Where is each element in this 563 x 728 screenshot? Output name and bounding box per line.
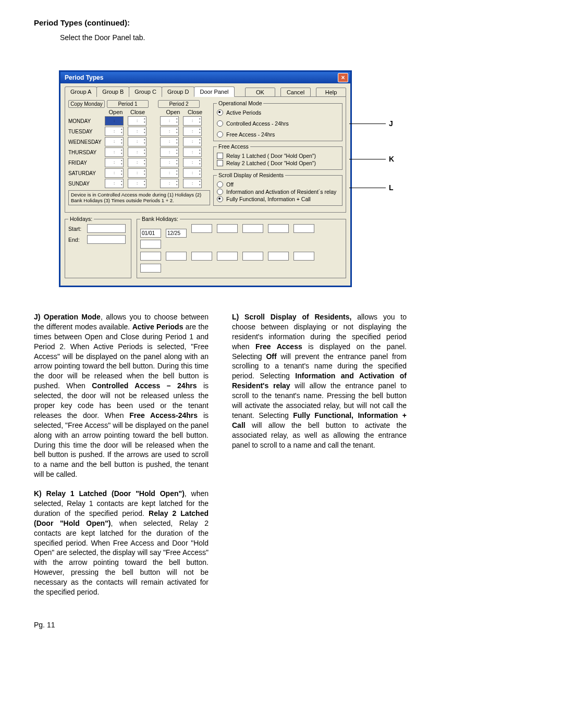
holidays-start-input[interactable] [87, 224, 126, 233]
p1-close-spin[interactable]: : [128, 137, 146, 146]
bank-input-2[interactable]: 12/25 [166, 229, 187, 238]
p2-close-spin[interactable]: : [183, 137, 202, 146]
day-label: THURSDAY [68, 150, 105, 155]
tab-group-c[interactable]: Group C [129, 87, 162, 97]
period-types-dialog: Period Types × Group A Group B Group C G… [59, 70, 352, 287]
scroll-legend: Scroll Display of Residents [217, 172, 285, 178]
p2-open-spin[interactable]: : [160, 137, 179, 146]
p1-close-spin[interactable]: : [128, 147, 146, 157]
close-icon[interactable]: × [338, 73, 348, 82]
bank-input-3[interactable] [191, 224, 212, 233]
tab-group-b[interactable]: Group B [96, 87, 129, 97]
p1-open-spin[interactable]: : [105, 158, 124, 167]
col-close-1: Close [127, 109, 149, 115]
p1-close-spin[interactable]: : [128, 168, 146, 178]
bank-input-8[interactable] [140, 240, 161, 249]
bank-input-12[interactable] [217, 252, 238, 261]
bank-input-6[interactable] [268, 224, 289, 233]
bank-holidays-group: Bank Holidays: 01/01 12/25 [137, 216, 346, 278]
p1-open-spin[interactable]: : [105, 137, 124, 146]
tab-door-panel[interactable]: Door Panel [194, 87, 234, 97]
p2-open-spin[interactable]: : [160, 147, 179, 157]
bank-input-9[interactable] [140, 252, 161, 261]
page-number: Pg. 11 [34, 621, 529, 629]
p2-close-spin[interactable]: : [183, 179, 202, 188]
radio-free[interactable] [217, 131, 223, 138]
bank-input-4[interactable] [217, 224, 238, 233]
p2-close-spin[interactable]: : [183, 168, 202, 178]
p1-close-spin[interactable]: : [128, 179, 146, 188]
p2-close-spin[interactable]: : [183, 116, 202, 126]
bank-input-10[interactable] [166, 252, 187, 261]
p1-close-spin[interactable]: : [128, 158, 146, 167]
day-label: WEDNESDAY [68, 139, 105, 145]
holidays-end-input[interactable] [87, 235, 126, 244]
p2-close-spin[interactable]: : [183, 158, 202, 167]
opmode-free: Free Access - 24hrs [226, 131, 275, 138]
day-row: SATURDAY:::: [68, 168, 209, 178]
p2-close-spin[interactable]: : [183, 127, 202, 136]
bank-input-13[interactable] [242, 252, 263, 261]
free-access-group: Free Access Relay 1 Latched ( Door "Hold… [213, 143, 342, 170]
tab-group-a[interactable]: Group A [65, 87, 97, 97]
day-row: TUESDAY:::: [68, 127, 209, 136]
p2-open-spin[interactable]: : [160, 127, 179, 136]
p1-close-spin[interactable]: : [128, 116, 146, 126]
period2-button[interactable]: Period 2 [158, 100, 200, 108]
day-label: SUNDAY [68, 181, 105, 187]
bank-input-1[interactable]: 01/01 [140, 229, 161, 238]
day-row: SUNDAY:::: [68, 179, 209, 188]
radio-info-activation[interactable] [217, 189, 223, 195]
bank-input-5[interactable] [242, 224, 263, 233]
ok-button[interactable]: OK [245, 88, 275, 97]
scroll-info: Information and Activation of Resident´s… [226, 189, 336, 195]
p2-open-spin[interactable]: : [160, 168, 179, 178]
help-button[interactable]: Help [316, 88, 346, 97]
callout-j: J [389, 119, 393, 128]
p1-open-spin[interactable]: : [105, 127, 124, 136]
holidays-end-label: End: [68, 237, 87, 243]
bank-input-16[interactable] [140, 264, 161, 273]
radio-off[interactable] [217, 181, 223, 188]
para-j: J) Operation Mode, allows you to choose … [34, 312, 209, 479]
opmode-legend: Operational Mode [217, 100, 263, 106]
page-heading: Period Types (continued): [34, 18, 529, 27]
check-relay2[interactable] [217, 160, 223, 166]
scroll-off: Off [226, 181, 234, 188]
p1-open-spin[interactable]: : [105, 168, 124, 178]
col-close-2: Close [184, 109, 206, 115]
holidays-group: Holidays: Start: End: [65, 216, 131, 278]
holidays-legend: Holidays: [68, 216, 94, 222]
relay1-label: Relay 1 Latched ( Door "Hold Open") [226, 153, 316, 159]
p2-open-spin[interactable]: : [160, 116, 179, 126]
day-label: TUESDAY [68, 129, 105, 134]
p1-close-spin[interactable]: : [128, 127, 146, 136]
radio-controlled[interactable] [217, 120, 223, 127]
p1-open-spin[interactable]: : [105, 179, 124, 188]
bank-input-14[interactable] [268, 252, 289, 261]
day-label: SATURDAY [68, 170, 105, 176]
bank-input-7[interactable] [293, 224, 314, 233]
check-relay1[interactable] [217, 153, 223, 159]
intro-text: Select the Door Panel tab. [60, 33, 529, 42]
bank-input-11[interactable] [191, 252, 212, 261]
copy-monday-button[interactable]: Copy Monday [68, 100, 105, 108]
radio-full[interactable] [217, 196, 223, 202]
callout-k: K [389, 155, 394, 163]
day-row: THURSDAY:::: [68, 147, 209, 157]
p2-open-spin[interactable]: : [160, 158, 179, 167]
col-open-1: Open [105, 109, 127, 115]
p1-open-spin[interactable]: : [105, 147, 124, 157]
period1-button[interactable]: Period 1 [107, 100, 149, 108]
radio-active-periods[interactable] [217, 109, 223, 116]
bank-input-15[interactable] [293, 252, 314, 261]
p2-close-spin[interactable]: : [183, 147, 202, 157]
scroll-full: Fully Functional, Information + Call [226, 196, 311, 202]
holidays-start-label: Start: [68, 226, 87, 232]
p2-open-spin[interactable]: : [160, 179, 179, 188]
p1-open-spin[interactable]: : [105, 116, 124, 126]
day-label: FRIDAY [68, 160, 105, 166]
cancel-button[interactable]: Cancel [280, 88, 311, 97]
tab-group-d[interactable]: Group D [162, 87, 195, 97]
operational-mode-group: Operational Mode Active Periods Controll… [213, 100, 342, 141]
